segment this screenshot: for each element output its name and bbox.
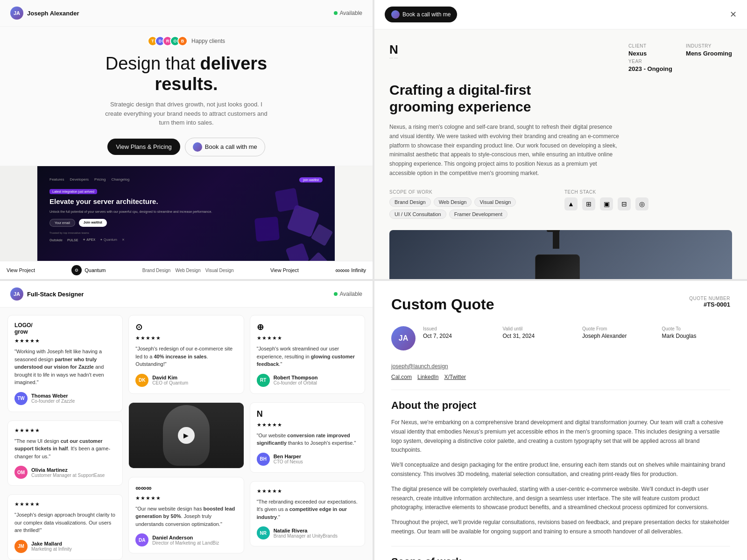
nexus-logo: N ——	[389, 43, 399, 72]
client-avatars: T D R O B	[148, 36, 188, 46]
t3-text: "Joseph's work streamlined our user expe…	[257, 345, 358, 368]
floating-cubes	[241, 180, 335, 261]
t9-author-title: Brand Manager at UnityBrands	[274, 533, 338, 539]
t1-author-info: Thomas Weber Co-founder of Zazzle	[31, 393, 75, 404]
to-meta: Quote To Mark Douglas	[662, 326, 731, 339]
quote-number-label: Quote Number	[689, 296, 730, 301]
quantum-brand: Quantum	[85, 267, 106, 273]
quote-link-linkedin[interactable]: LinkedIn	[417, 374, 438, 380]
scope-label: Scope of Work	[389, 189, 557, 195]
t4-avatar: OM	[14, 466, 28, 479]
email-input[interactable]: Your email	[49, 219, 75, 227]
panel-nexus: Book a call with me ✕ N —— Client Nexus …	[374, 0, 747, 279]
year-label: Year	[628, 59, 675, 64]
t6-text: "Our website conversion rate improved si…	[257, 432, 358, 447]
t1-author: TW Thomas Weber Co-founder of Zazzle	[14, 392, 116, 405]
infinity-brand: ∞∞∞ Infinity	[335, 266, 366, 274]
scope-tag-web: Web Design	[434, 197, 472, 207]
call-icon	[193, 142, 202, 152]
call-button[interactable]: Book a call with me	[185, 138, 265, 156]
video-card[interactable]: ▶	[129, 403, 243, 468]
call-button-label: Book a call with me	[205, 143, 257, 150]
t3-logo: ⊕	[257, 322, 358, 332]
view-project-right[interactable]: View Project	[270, 267, 299, 273]
year-value: 2023 - Ongoing	[628, 65, 675, 72]
nav-changelog: Changelog	[112, 177, 130, 182]
t9-text: "The rebranding exceeded our expectation…	[257, 498, 358, 521]
infinity-label: Infinity	[351, 267, 366, 273]
t7-author: JM Jake Mallard Marketing at Infinity	[14, 540, 116, 553]
scope-tag-brand: Brand Design	[389, 197, 431, 207]
tech-icon-5: ◎	[635, 197, 648, 210]
client-value: Nexus	[628, 50, 675, 57]
portfolio-projects: Features Developers Pricing Changelog jo…	[0, 166, 373, 261]
to-label: Quote To	[662, 326, 731, 331]
t1-avatar: TW	[14, 392, 28, 405]
view-project-left[interactable]: View Project	[7, 267, 35, 273]
quote-email-link[interactable]: joseph@launch.design	[391, 363, 448, 370]
tech-icon-2: ⊞	[582, 197, 595, 210]
testimonials-username: Full-Stack Designer	[27, 291, 84, 298]
cube-4	[285, 243, 309, 261]
t4-author-info: Olivia Martinez Customer Manager at Supp…	[31, 467, 105, 478]
join-btn[interactable]: Join waitlist	[79, 219, 107, 227]
plans-button[interactable]: View Plans & Pricing	[107, 139, 180, 155]
email-row: joseph@launch.design	[391, 362, 730, 370]
valid-value: Oct 31, 2024	[503, 333, 571, 339]
t2-author-title: CEO of Quantum	[152, 380, 188, 385]
t3-author-name: Robert Thompson	[274, 375, 318, 380]
tech-section: Tech Stack ▲ ⊞ ▣ ⊟ ◎	[564, 189, 732, 219]
t8-author: DA Daniel Anderson Director of Marketing…	[135, 533, 237, 546]
t1-logo: LOGO/grow	[14, 322, 116, 335]
tag-visual: Visual Design	[205, 268, 234, 273]
nav-developers: Developers	[70, 177, 89, 182]
status-available: Available	[334, 10, 362, 16]
quote-link-twitter[interactable]: X/Twitter	[444, 374, 466, 380]
happy-clients: T D R O B Happy clients	[148, 36, 225, 46]
industry-meta: Industry Mens Grooming	[686, 43, 732, 57]
t2-author-info: David Kim CEO of Quantum	[152, 375, 188, 385]
testimonials-status: Available	[334, 291, 362, 297]
status-dot-icon	[334, 11, 338, 15]
testimonial-video: ▶	[128, 402, 244, 469]
panel-portfolio: JA Joseph Alexander Available T D R O B …	[0, 0, 373, 279]
quantum-logo: ⊙	[71, 265, 82, 275]
testimonial-3: ⊕ ★★★★★ "Joseph's work streamlined our u…	[250, 315, 365, 394]
testimonial-6: N ★★★★★ "Our website conversion rate imp…	[250, 402, 365, 473]
testimonial-4: ★★★★★ "The new UI design cut our custome…	[7, 420, 123, 486]
t2-avatar: DK	[135, 374, 148, 387]
t2-author: DK David Kim CEO of Quantum	[135, 374, 237, 387]
nexus-close-button[interactable]: ✕	[730, 9, 737, 20]
nexus-book-button[interactable]: Book a call with me	[385, 7, 457, 22]
quote-link-cal[interactable]: Cal.com	[391, 374, 412, 380]
badge: Latest integration just arrived	[49, 189, 97, 194]
nexus-logo-bar: ——	[389, 56, 399, 60]
tech-icon-1: ▲	[564, 197, 578, 210]
t4-author-name: Olivia Martinez	[31, 467, 105, 473]
about-title: About the project	[391, 399, 730, 412]
portfolio-hero: T D R O B Happy clients Design that deli…	[0, 27, 373, 166]
valid-meta: Valid until Oct 31, 2024	[503, 326, 571, 339]
scope-section: Scope of Work Brand Design Web Design Vi…	[389, 189, 557, 219]
hero-buttons: View Plans & Pricing Book a call with me	[107, 138, 265, 156]
project-brand-center: ⊙ Quantum	[71, 265, 106, 275]
t8-author-info: Daniel Anderson Director of Marketing at…	[152, 535, 219, 546]
t1-author-name: Thomas Weber	[31, 393, 75, 399]
divider-2	[391, 546, 730, 546]
tech-icon-3: ▣	[600, 197, 613, 210]
from-label: Quote From	[582, 326, 651, 331]
t9-author-info: Natalie Rivera Brand Manager at UnityBra…	[274, 528, 338, 539]
t2-author-name: David Kim	[152, 375, 188, 380]
industry-label: Industry	[686, 43, 732, 49]
tech-icon-4: ⊟	[618, 197, 631, 210]
nexus-avatar-icon	[391, 10, 400, 19]
quote-number-block: Quote Number #TS-0001	[689, 296, 730, 308]
cube-2	[275, 188, 299, 212]
testimonial-8: ∞∞∞ ★★★★★ "Our new website design has bo…	[128, 477, 244, 554]
t1-author-title: Co-founder of Zazzle	[31, 399, 75, 404]
t8-logo: ∞∞∞	[135, 484, 237, 492]
project-thumb-2: Features Developers Pricing Changelog jo…	[37, 166, 335, 261]
play-button[interactable]: ▶	[178, 427, 195, 444]
nexus-content: N —— Client Nexus Industry Mens Grooming…	[374, 29, 747, 279]
issued-label: Issued	[423, 326, 492, 331]
